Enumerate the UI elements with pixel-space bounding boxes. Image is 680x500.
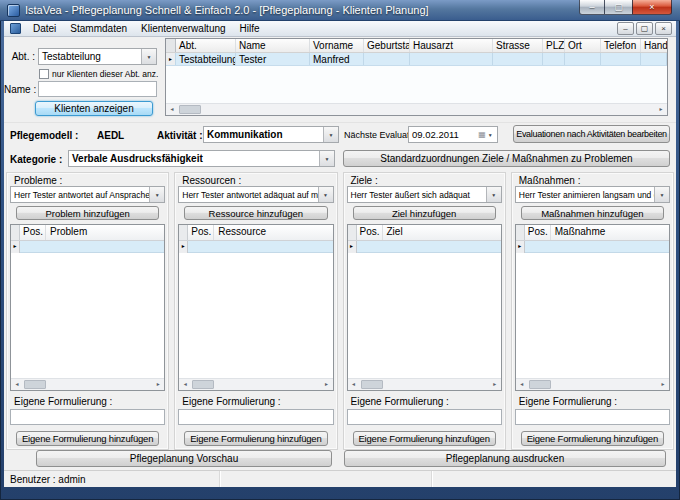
status-segment (220, 471, 432, 487)
ziel-dropdown-button[interactable]: ▼ (486, 187, 501, 202)
list-horizontal-scrollbar[interactable]: ◄ ► (179, 378, 332, 390)
menu-hilfe[interactable]: Hilfe (233, 22, 267, 35)
scrollbar-track[interactable] (191, 379, 320, 390)
table-horizontal-scrollbar[interactable]: ◄ ► (166, 103, 667, 115)
column-header-strasse[interactable]: Strasse (493, 39, 543, 52)
ressource-dropdown-button[interactable]: ▼ (318, 187, 333, 202)
pos-column-header[interactable]: Pos. (20, 225, 46, 240)
custom-add-button-ressource[interactable]: Eigene Formulierung hinzufügen (184, 431, 327, 446)
massnahme-dropdown-button[interactable]: ▼ (654, 187, 669, 202)
ressource-column-header[interactable]: Ressource (214, 225, 332, 240)
column-header-ort[interactable]: Ort (565, 39, 601, 52)
minimize-button[interactable]: – (579, 0, 605, 15)
custom-formulation-input-problem[interactable] (10, 409, 165, 425)
scrollbar-thumb[interactable] (192, 380, 214, 389)
scrollbar-thumb[interactable] (529, 380, 551, 389)
cell-hausarzt (410, 53, 493, 65)
standard-assignments-button[interactable]: Standardzuordnungen Ziele / Maßnahmen zu… (343, 150, 670, 167)
only-dept-checkbox[interactable] (39, 69, 49, 79)
mdi-child-icon (10, 23, 21, 34)
menu-klientenverwaltung[interactable]: Klientenverwaltung (134, 22, 233, 35)
scroll-right-icon[interactable]: ► (321, 379, 333, 390)
custom-formulation-input-ziel[interactable] (347, 409, 502, 425)
scrollbar-thumb[interactable] (361, 380, 383, 389)
column-header-vorname[interactable]: Vorname (310, 39, 364, 52)
column-header-hausarzt[interactable]: Hausarzt (410, 39, 493, 52)
add-ziel-button[interactable]: Ziel hinzufügen (353, 206, 496, 220)
row-marker-icon: ► (166, 53, 176, 65)
scrollbar-track[interactable] (23, 379, 152, 390)
colgroup-problem: Probleme : Herr Tester antwortet auf Ans… (6, 172, 169, 450)
abt-dropdown-button[interactable]: ▼ (141, 49, 156, 64)
aktivitaet-select[interactable]: Kommunikation ▼ (203, 126, 339, 143)
mdi-close-button[interactable]: × (655, 22, 672, 35)
scroll-left-icon[interactable]: ◄ (516, 379, 528, 390)
list-item[interactable]: ► (11, 241, 164, 253)
custom-formulation-input-massnahme[interactable] (515, 409, 670, 425)
menu-bar: Datei Stammdaten Klientenverwaltung Hilf… (4, 21, 676, 37)
show-clients-button[interactable]: Klienten anzeigen (35, 101, 153, 116)
scroll-left-icon[interactable]: ◄ (179, 379, 191, 390)
add-problem-button[interactable]: Problem hinzufügen (16, 206, 159, 220)
name-input[interactable] (38, 81, 157, 97)
evaluations-button[interactable]: Evaluationen nach Aktivitäten bearbeiten (513, 125, 670, 143)
scrollbar-thumb[interactable] (179, 105, 201, 114)
add-ressource-button[interactable]: Ressource hinzufügen (184, 206, 327, 220)
custom-add-button-problem[interactable]: Eigene Formulierung hinzufügen (16, 431, 159, 446)
problem-column-header[interactable]: Problem (46, 225, 164, 240)
list-item[interactable]: ► (516, 241, 669, 253)
preview-button[interactable]: Pflegeplanung Vorschau (36, 450, 332, 467)
pos-column-header[interactable]: Pos. (357, 225, 383, 240)
mdi-minimize-button[interactable]: – (617, 22, 634, 35)
ziel-column-header[interactable]: Ziel (383, 225, 501, 240)
custom-formulation-input-ressource[interactable] (178, 409, 333, 425)
custom-add-button-massnahme[interactable]: Eigene Formulierung hinzufügen (521, 431, 664, 446)
scrollbar-thumb[interactable] (24, 380, 46, 389)
scrollbar-track[interactable] (178, 104, 655, 115)
mdi-restore-button[interactable]: ▢ (636, 22, 653, 35)
column-header-geburtstag[interactable]: Geburtstag (364, 39, 410, 52)
column-header-abt[interactable]: Abt. (176, 39, 236, 52)
add-massnahme-button[interactable]: Maßnahmen hinzufügen (521, 206, 664, 220)
ziel-select[interactable]: Herr Tester äußert sich adäquat ▼ (347, 186, 502, 203)
scrollbar-track[interactable] (528, 379, 657, 390)
aktivitaet-dropdown-button[interactable]: ▼ (323, 127, 338, 142)
menu-stammdaten[interactable]: Stammdaten (63, 22, 134, 35)
problem-dropdown-button[interactable]: ▼ (149, 187, 164, 202)
massnahme-column-header[interactable]: Maßnahme (551, 225, 669, 240)
scroll-left-icon[interactable]: ◄ (166, 104, 178, 115)
kategorie-select[interactable]: Verbale Ausdrucksfähigkeit ▼ (68, 150, 335, 167)
scroll-right-icon[interactable]: ► (152, 379, 164, 390)
custom-add-button-ziel[interactable]: Eigene Formulierung hinzufügen (353, 431, 496, 446)
list-item[interactable]: ► (179, 241, 332, 253)
print-button[interactable]: Pflegeplanung ausdrucken (344, 450, 666, 467)
column-header-telefon[interactable]: Telefon (601, 39, 641, 52)
list-horizontal-scrollbar[interactable]: ◄ ► (11, 378, 164, 390)
scroll-right-icon[interactable]: ► (655, 104, 667, 115)
menu-datei[interactable]: Datei (26, 22, 63, 35)
scrollbar-track[interactable] (360, 379, 489, 390)
close-button[interactable]: × (632, 0, 672, 15)
abt-select[interactable]: Testabteilung ▼ (38, 48, 157, 65)
table-row[interactable]: ► Testabteilung Tester Manfred (166, 53, 667, 66)
problem-select[interactable]: Herr Tester antwortet auf Ansprache nich… (10, 186, 165, 203)
date-picker-button[interactable]: ▦▼ (474, 130, 497, 139)
scroll-right-icon[interactable]: ► (489, 379, 501, 390)
list-horizontal-scrollbar[interactable]: ◄ ► (348, 378, 501, 390)
ressource-select[interactable]: Herr Tester antwortet adäquat auf manch … (178, 186, 333, 203)
list-horizontal-scrollbar[interactable]: ◄ ► (516, 378, 669, 390)
maximize-button[interactable]: ▢ (605, 0, 632, 15)
evaluation-date-picker[interactable]: 09.02.2011 ▦▼ (408, 126, 498, 143)
column-header-plz[interactable]: PLZ (543, 39, 565, 52)
column-header-name[interactable]: Name (236, 39, 310, 52)
scroll-left-icon[interactable]: ◄ (11, 379, 23, 390)
list-item[interactable]: ► (348, 241, 501, 253)
massnahme-select[interactable]: Herr Tester animieren langsam und deutli… (515, 186, 670, 203)
mdi-window-controls: – ▢ × (617, 22, 672, 35)
kategorie-dropdown-button[interactable]: ▼ (319, 151, 334, 166)
pos-column-header[interactable]: Pos. (188, 225, 214, 240)
scroll-left-icon[interactable]: ◄ (348, 379, 360, 390)
column-header-handy[interactable]: Handy (641, 39, 667, 52)
scroll-right-icon[interactable]: ► (657, 379, 669, 390)
pos-column-header[interactable]: Pos. (525, 225, 551, 240)
